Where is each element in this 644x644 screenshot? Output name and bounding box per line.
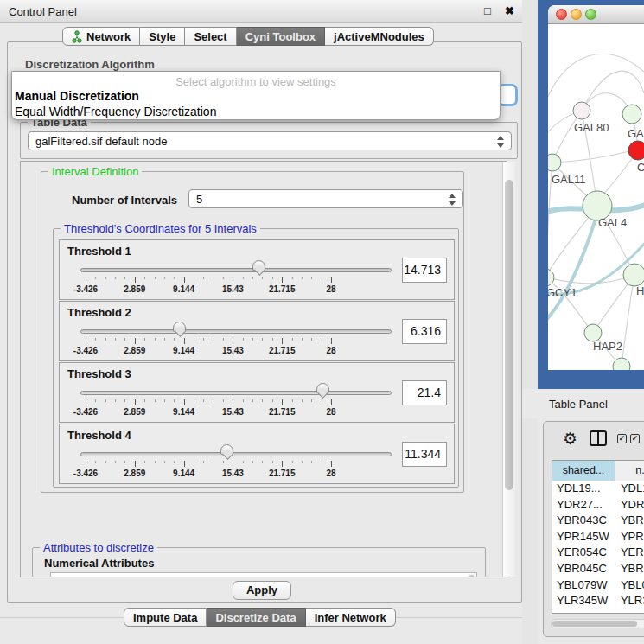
threshold-slider[interactable]: -3.4262.8599.14415.4321.71528 (60, 302, 397, 367)
thresholds-group-label: Threshold's Coordinates for 5 Intervals (61, 222, 260, 235)
close-icon[interactable]: ✖ (505, 4, 514, 17)
popup-item-equal-width-frequency[interactable]: Equal Width/Frequency Discretization (12, 104, 500, 119)
checkbox-icon[interactable]: ✓ (617, 434, 627, 443)
attribute-list-item[interactable]: SelfLoops (51, 573, 476, 577)
node-attribute-table: shared...n...YDL19...YDL1...YDR27...YDR2… (552, 460, 644, 614)
table-horizontal-scrollbar[interactable] (551, 619, 644, 628)
attributes-group-label: Attributes to discretize (40, 541, 157, 554)
slider-track[interactable] (80, 268, 392, 272)
network-view-window: GAL80GAL8CGAL11GAL4GCY1HHAP2 (538, 0, 644, 389)
tab-label: Select (194, 30, 226, 43)
tab-cyni-toolbox[interactable]: Cyni Toolbox (237, 27, 325, 46)
control-panel-titlebar: Control Panel □ ✖ (0, 0, 538, 23)
table-cell: YLR3... (615, 593, 644, 609)
number-of-intervals-combo[interactable]: 5 (188, 189, 463, 208)
threshold-slider[interactable]: -3.4262.8599.14415.4321.71528 (60, 424, 397, 490)
table-cell: YBR0... (615, 561, 644, 577)
tab-select[interactable]: Select (185, 27, 236, 46)
tab-label: Style (149, 30, 175, 43)
table-data-group: Table Data galFiltered.sif default node (20, 122, 518, 159)
network-node-green[interactable] (622, 105, 641, 124)
network-node-green[interactable] (623, 264, 644, 286)
table-data-combo-value: galFiltered.sif default node (35, 135, 167, 148)
table-row[interactable]: YLR345WYLR3... (552, 593, 644, 609)
panel-splitter[interactable] (522, 0, 538, 644)
table-row[interactable]: YER054CYER0... (552, 545, 644, 561)
table-cell: YPR1... (615, 529, 644, 545)
table-row[interactable]: YIL052CYIL0... (552, 609, 644, 614)
table-row[interactable]: YDR27...YDR2... (552, 497, 644, 513)
network-view-inner: GAL80GAL8CGAL11GAL4GCY1HHAP2 (548, 5, 644, 370)
slider-track[interactable] (80, 391, 392, 395)
network-node-label: C (637, 161, 644, 174)
bottom-tab-discretize-data[interactable]: Discretize Data (207, 608, 305, 627)
slider-ticks (86, 277, 331, 284)
table-row[interactable]: YBR043CYBR0... (552, 513, 644, 529)
apply-button[interactable]: Apply (233, 581, 291, 600)
network-edge[interactable] (548, 275, 634, 284)
table-data-combo[interactable]: galFiltered.sif default node (28, 131, 512, 150)
table-row[interactable]: YBL079WYBL0... (552, 577, 644, 594)
network-node-label: HAP2 (593, 340, 622, 353)
table-column-header[interactable]: shared... (552, 461, 615, 481)
table-column-header[interactable]: n... (615, 461, 644, 481)
threshold-value-field[interactable]: 21.4 (402, 380, 447, 405)
network-node-label: GAL80 (574, 121, 609, 134)
table-row[interactable]: YPR145WYPR1... (552, 529, 644, 545)
table-row[interactable]: YBR045CYBR0... (552, 561, 644, 577)
threshold-2-box: Threshold 2-3.4262.8599.14415.4321.71528… (59, 301, 455, 361)
slider-track[interactable] (80, 452, 392, 456)
mac-zoom-icon[interactable] (585, 9, 596, 20)
slider-handle[interactable] (252, 260, 265, 271)
mac-minimize-icon[interactable] (571, 9, 582, 20)
network-icon (72, 30, 82, 43)
checkbox-icon[interactable]: ✓ (630, 434, 640, 443)
threshold-value-field[interactable]: 6.316 (402, 319, 447, 344)
float-window-icon[interactable]: □ (484, 4, 491, 17)
tab-style[interactable]: Style (140, 27, 185, 46)
settings-vertical-scrollbar[interactable] (502, 162, 515, 577)
table-cell: YBL079W (552, 577, 615, 594)
network-node-pink[interactable] (573, 102, 590, 119)
columns-icon[interactable] (590, 430, 607, 446)
slider-handle[interactable] (173, 322, 186, 332)
slider-track[interactable] (80, 329, 392, 334)
network-edge[interactable] (622, 275, 634, 367)
numerical-attributes-label: Numerical Attributes (44, 557, 154, 570)
threshold-slider[interactable]: -3.4262.8599.14415.4321.71528 (60, 240, 397, 306)
table-cell: YLR345W (552, 593, 615, 609)
attributes-scrollbar[interactable] (468, 574, 475, 577)
table-cell: YDL19... (552, 481, 615, 497)
table-row[interactable]: YDL19...YDL1... (552, 481, 644, 497)
network-view-titlebar[interactable] (548, 5, 644, 24)
threshold-value-field[interactable]: 14.713 (402, 258, 447, 283)
popup-item-manual-discretization[interactable]: Manual Discretization (12, 88, 500, 104)
bottom-tab-infer-network[interactable]: Infer Network (306, 608, 396, 627)
tab-label: jActiveMNodules (334, 30, 424, 43)
bottom-tab-impute-data[interactable]: Impute Data (124, 608, 207, 627)
mac-close-icon[interactable] (556, 9, 567, 20)
network-node-green[interactable] (548, 154, 561, 171)
table-panel: ⚙ ✓ ✓ shared...n...YDL19...YDL1...YDR27.… (543, 421, 644, 637)
tab-network[interactable]: Network (62, 27, 140, 46)
network-node-red[interactable] (628, 141, 644, 160)
threshold-slider[interactable]: -3.4262.8599.14415.4321.71528 (60, 363, 397, 429)
table-cell: YDR2... (615, 497, 644, 513)
slider-handle[interactable] (316, 383, 329, 393)
slider-ticks (86, 399, 331, 406)
numerical-attributes-list[interactable]: SelfLoopsTopologicalCoefficientBetweenne… (50, 572, 477, 577)
network-canvas[interactable]: GAL80GAL8CGAL11GAL4GCY1HHAP2 (548, 24, 644, 370)
table-cell: YBR043C (552, 513, 615, 529)
threshold-value-field[interactable]: 11.344 (402, 442, 447, 467)
combo-stepper-icon (497, 136, 505, 148)
tab-label: Network (86, 30, 131, 43)
network-edge[interactable] (548, 54, 644, 106)
tab-jactivemnodules[interactable]: jActiveMNodules (325, 27, 434, 46)
table-cell: YDL1... (615, 481, 644, 497)
table-panel-toolbar: ⚙ ✓ ✓ (544, 427, 644, 453)
network-node-green[interactable] (584, 324, 602, 341)
gear-icon[interactable]: ⚙ (563, 429, 577, 449)
slider-handle[interactable] (220, 444, 233, 455)
settings-scrollpane: Interval Definition Number of Intervals … (20, 161, 507, 577)
algorithm-dropdown-popup: Select algorithm to view settings Manual… (11, 71, 501, 120)
